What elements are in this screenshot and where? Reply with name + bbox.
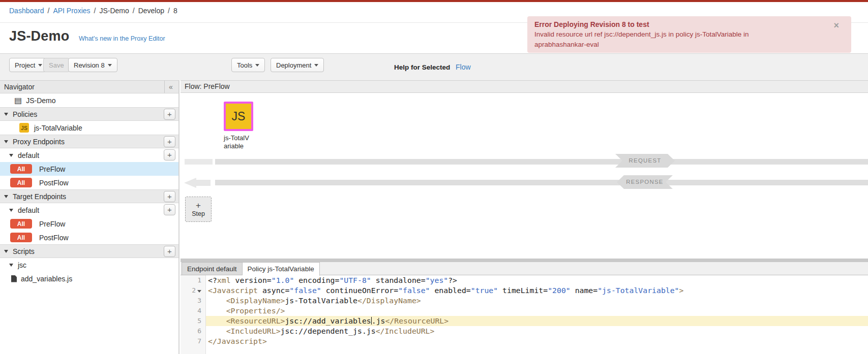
line-number: 5 [181,316,206,326]
all-badge: All [10,178,32,187]
line-number: 7 [181,336,206,346]
request-flow-bar [215,159,868,165]
page-title: JS-Demo [9,28,69,44]
add-button[interactable]: + [164,109,175,120]
file-icon [11,275,17,282]
breadcrumb-separator: / [168,7,170,15]
proxy-label: JS-Demo [26,96,55,105]
chevron-down-icon [255,64,259,67]
close-icon[interactable]: × [833,20,839,31]
flow-canvas: Flow: PreFlow JS js-TotalVariable REQUES… [181,80,868,354]
collapse-sidebar-button[interactable]: « [164,81,177,93]
sidebar-item-postflow[interactable]: AllPostFlow [0,176,178,189]
tools-button[interactable]: Tools [231,58,265,72]
flow-link[interactable]: Flow [456,54,471,81]
collapse-caret-icon [4,113,8,116]
sidebar-item-add-variables-js[interactable]: add_variables.js [0,272,178,285]
code-text: <Javascript async="false" continueOnErro… [206,285,868,296]
breadcrumb-item-8: 8 [173,7,177,15]
js-policy-node[interactable]: JS [224,102,253,131]
sidebar-item-default[interactable]: default+ [0,203,178,217]
line-number: 6 [181,326,206,336]
code-editor[interactable]: 1<?xml version="1.0" encoding="UTF-8" st… [181,275,868,354]
proxy-icon: ▤ [14,96,22,105]
chevron-down-icon [38,64,42,67]
sidebar-item-preflow[interactable]: AllPreFlow [0,217,178,231]
help-for-selected-label: Help for Selected [394,54,450,81]
sidebar-item-default[interactable]: default+ [0,148,178,162]
line-number: 2 [181,285,206,296]
code-line-1[interactable]: 1<?xml version="1.0" encoding="UTF-8" st… [181,275,868,285]
line-number: 4 [181,306,206,316]
chevron-down-icon [108,64,112,67]
breadcrumb-item-api-proxies[interactable]: API Proxies [53,7,90,15]
code-line-5[interactable]: 5 <ResourceURL>jsc://add_variables.js</R… [181,316,868,326]
file-label: add_variables.js [21,275,72,283]
response-ribbon: RESPONSE [617,175,673,189]
fold-caret-icon[interactable] [197,290,201,293]
js-policy-node-label: js-TotalVariable [224,134,251,150]
panel-divider[interactable] [181,259,868,262]
sidebar-item-js-demo[interactable]: ▤JS-Demo [0,93,178,107]
flow-label: PostFlow [39,179,69,187]
all-badge: All [10,219,32,229]
code-text: <DisplayName>js-TotalVariable</DisplayNa… [206,296,868,306]
revision-button[interactable]: Revision 8 [68,58,117,72]
breadcrumb-separator: / [48,7,50,15]
code-line-4[interactable]: 4 <Properties/> [181,306,868,316]
collapse-caret-icon [4,140,8,143]
request-flow-stub [185,159,213,165]
section-label: Target Endpoints [13,192,66,201]
code-line-7[interactable]: 7</Javascript> [181,336,868,346]
flow-label: PreFlow [39,165,65,173]
sidebar-item-js-totalvariable[interactable]: JSjs-TotalVariable [0,121,178,135]
collapse-caret-icon [4,195,8,198]
breadcrumb-item-js-demo: JS-Demo [99,7,129,15]
sidebar-item-jsc[interactable]: jsc [0,258,178,272]
request-ribbon: REQUEST [615,154,675,168]
deployment-button[interactable]: Deployment [271,58,324,72]
js-policy-icon: JS [19,123,29,133]
sidebar-item-policies[interactable]: Policies+ [0,107,178,121]
group-label: default [18,151,39,159]
breadcrumb-item-develop: Develop [138,7,164,15]
all-badge: All [10,233,32,242]
error-message: Invalid resource url ref jsc://dependent… [534,29,789,50]
section-label: Proxy Endpoints [13,138,65,146]
collapse-caret-icon [9,154,13,157]
code-line-3[interactable]: 3 <DisplayName>js-TotalVariable</Display… [181,296,868,306]
section-label: Policies [13,110,37,118]
breadcrumb-item-dashboard[interactable]: Dashboard [9,7,44,15]
collapse-caret-icon [9,264,13,267]
whats-new-link[interactable]: What's new in the Proxy Editor [79,35,165,42]
sidebar-item-scripts[interactable]: Scripts+ [0,244,178,258]
sidebar-item-proxy-endpoints[interactable]: Proxy Endpoints+ [0,135,178,148]
chevron-down-icon [314,64,318,67]
breadcrumb-separator: / [133,7,135,15]
tab-policy-js-totalvariable[interactable]: Policy js-TotalVariable [243,262,320,276]
sidebar-item-preflow[interactable]: AllPreFlow [0,162,178,176]
add-button[interactable]: + [164,204,175,215]
add-button[interactable]: + [164,149,175,160]
tab-endpoint-default[interactable]: Endpoint default [182,262,243,275]
add-button[interactable]: + [164,246,175,257]
project-button[interactable]: Project [9,58,48,72]
code-text: <IncludeURL>jsc://dependent_js.js</Inclu… [206,326,868,336]
save-button[interactable]: Save [43,58,70,72]
error-title: Error Deploying Revision 8 to test [534,20,844,28]
error-notification: Error Deploying Revision 8 to test Inval… [527,16,851,53]
sidebar-item-postflow[interactable]: AllPostFlow [0,231,178,244]
collapse-caret-icon [4,250,8,253]
add-button[interactable]: + [164,136,175,147]
code-text: </Javascript> [206,336,868,346]
breadcrumb: Dashboard/API Proxies/JS-Demo/Develop/8 [9,7,177,15]
add-button[interactable]: + [164,191,175,202]
code-line-6[interactable]: 6 <IncludeURL>jsc://dependent_js.js</Inc… [181,326,868,336]
section-label: Scripts [13,247,35,255]
sidebar-item-target-endpoints[interactable]: Target Endpoints+ [0,189,178,203]
add-step-button[interactable]: + Step [185,197,212,222]
group-label: default [18,206,39,214]
collapse-caret-icon [9,209,13,212]
response-arrow-icon [184,178,211,188]
code-line-2[interactable]: 2<Javascript async="false" continueOnErr… [181,285,868,296]
